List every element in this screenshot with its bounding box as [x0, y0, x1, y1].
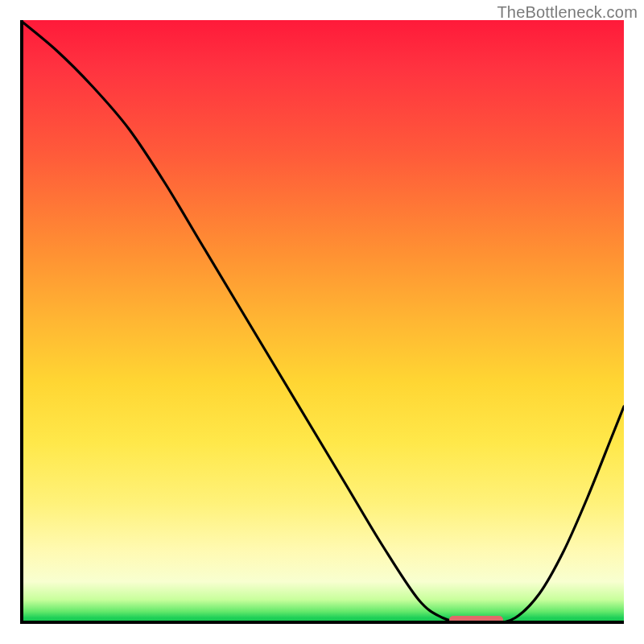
plot-area: [20, 20, 624, 624]
optimum-range-marker: [449, 616, 504, 624]
bottleneck-chart: TheBottleneck.com: [0, 0, 644, 644]
watermark-text: TheBottleneck.com: [497, 3, 638, 22]
bottleneck-curve: [20, 20, 624, 624]
